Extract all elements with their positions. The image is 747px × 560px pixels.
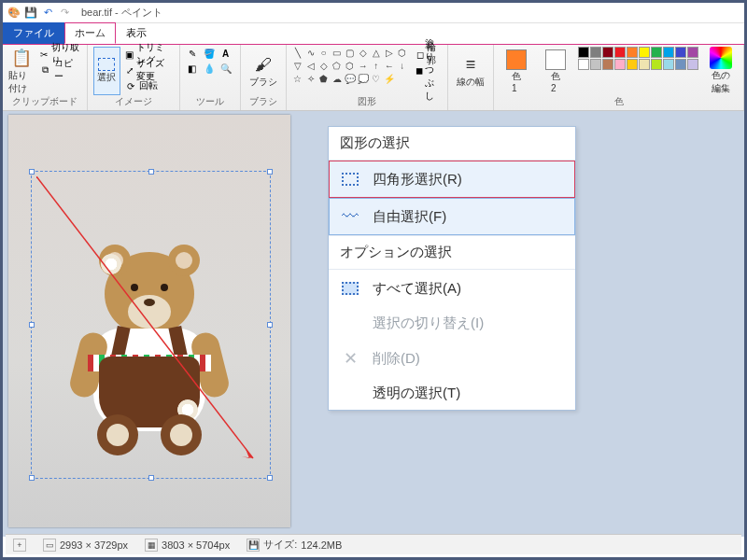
swatch[interactable] (675, 59, 686, 70)
canvas[interactable] (8, 115, 290, 527)
paste-button[interactable]: 📋貼り付け (8, 47, 35, 95)
crop-icon: ▣ (124, 48, 134, 61)
selection-menu: 図形の選択 四角形選択(R) 〰 自由選択(F) オプションの選択 すべて選択(… (328, 126, 576, 411)
select-icon (98, 58, 115, 71)
edit-colors-icon (710, 47, 732, 69)
menu-transparent-select[interactable]: 透明の選択(T) (329, 377, 575, 410)
resize-button[interactable]: ⤢サイズ変更 (124, 63, 173, 77)
swatch[interactable] (590, 59, 601, 70)
swatch[interactable] (627, 47, 638, 58)
swatch[interactable] (590, 47, 601, 58)
status-bar: + ▭2993 × 3729px ▦3803 × 5704px 💾サイズ: 12… (6, 534, 741, 554)
ribbon-tabs: ファイル ホーム 表示 (3, 23, 744, 44)
swatch[interactable] (627, 59, 638, 70)
resize-icon: ⤢ (124, 63, 134, 77)
selection-dropdown-pane: 図形の選択 四角形選択(R) 〰 自由選択(F) オプションの選択 すべて選択(… (318, 111, 744, 537)
undo-icon[interactable]: ↶ (40, 6, 55, 21)
cursor-icon: + (13, 539, 26, 552)
save-icon[interactable]: 💾 (23, 6, 38, 21)
menu-delete: ✕ 削除(D) (329, 340, 575, 377)
status-selection-size: ▭2993 × 3729px (43, 539, 128, 552)
shapes-gallery[interactable]: ╲∿○▭▢◇△▷⬡ ▽◁◇⬠⬡→↑←↓ ☆✧⬟☁💬💭♡⚡ (292, 47, 408, 84)
swatch[interactable] (578, 59, 589, 70)
app-icon: 🎨 (7, 6, 21, 21)
swatch[interactable] (602, 47, 613, 58)
color2-button[interactable]: 色 2 (539, 47, 572, 95)
brush-icon: 🖌 (252, 53, 275, 76)
swatch[interactable] (687, 59, 698, 70)
free-select-icon: 〰 (339, 205, 361, 228)
fill-icon[interactable]: 🪣 (203, 47, 216, 60)
swatch[interactable] (602, 59, 613, 70)
swatch[interactable] (614, 59, 626, 70)
swatch[interactable] (651, 47, 662, 58)
zoom-icon[interactable]: 🔍 (219, 62, 233, 75)
group-tools: ✎ 🪣 A ◧ 💧 🔍 ツール (180, 45, 241, 110)
group-tools-label: ツール (186, 95, 234, 110)
group-colors-label: 色 (500, 95, 738, 110)
delete-icon: ✕ (339, 347, 361, 370)
menu-header-options: オプションの選択 (329, 235, 575, 270)
group-shapes-label: 図形 (292, 95, 442, 110)
group-thickness: ≡線の幅 (448, 45, 494, 110)
group-clipboard: 📋貼り付け ✂切り取り ⧉コピー クリップボード (3, 45, 88, 110)
group-image-label: イメージ (93, 95, 174, 110)
fill-shape-button[interactable]: ◼塗りつぶし (416, 63, 442, 77)
swatch[interactable] (614, 47, 626, 58)
title-bar: 🎨 💾 ↶ ↷ bear.tif - ペイント (3, 3, 744, 23)
group-clipboard-label: クリップボード (8, 95, 81, 110)
status-file-size: 💾サイズ: 124.2MB (247, 538, 342, 552)
cut-icon: ✂ (39, 48, 49, 61)
copy-icon: ⧉ (39, 63, 52, 77)
group-shapes: ╲∿○▭▢◇△▷⬡ ▽◁◇⬠⬡→↑←↓ ☆✧⬟☁💬💭♡⚡ ◻輪郭 ◼塗りつぶし … (287, 45, 448, 110)
status-cursor: + (13, 539, 26, 552)
swatch[interactable] (639, 47, 650, 58)
paste-icon: 📋 (10, 47, 33, 69)
workspace: 図形の選択 四角形選択(R) 〰 自由選択(F) オプションの選択 すべて選択(… (3, 111, 744, 537)
fill-shape-icon: ◼ (416, 63, 423, 77)
eraser-icon[interactable]: ◧ (186, 62, 199, 75)
rect-select-icon (339, 168, 361, 190)
color1-swatch (506, 49, 527, 70)
paste-label: 貼り付け (8, 69, 35, 95)
color1-button[interactable]: 色 1 (500, 47, 533, 95)
rotate-icon: ⟳ (124, 79, 137, 92)
rotate-button[interactable]: ⟳回転 (124, 78, 173, 93)
selection-rectangle[interactable] (31, 171, 271, 479)
swatch[interactable] (687, 47, 698, 58)
window-title: bear.tif - ペイント (81, 6, 162, 20)
group-image: 選択 ▣トリミング ⤢サイズ変更 ⟳回転 イメージ (88, 45, 180, 110)
tab-home[interactable]: ホーム (64, 22, 116, 44)
swatch[interactable] (578, 47, 589, 58)
thickness-icon: ≡ (459, 53, 482, 76)
swatch[interactable] (651, 59, 662, 70)
quick-access-toolbar: 🎨 💾 ↶ ↷ (7, 6, 72, 21)
sel-size-icon: ▭ (43, 539, 56, 552)
redo-icon[interactable]: ↷ (57, 6, 72, 21)
group-colors: 色 1 色 2 色の 編集 色 (494, 45, 744, 110)
img-size-icon: ▦ (145, 539, 158, 552)
disk-icon: 💾 (247, 539, 260, 552)
edit-colors-button[interactable]: 色の 編集 (704, 47, 738, 95)
text-icon[interactable]: A (219, 47, 233, 60)
color-palette[interactable] (578, 47, 698, 70)
swatch[interactable] (675, 47, 686, 58)
menu-rect-select[interactable]: 四角形選択(R) (329, 161, 575, 198)
thickness-button[interactable]: ≡線の幅 (454, 47, 487, 95)
swatch[interactable] (639, 59, 650, 70)
swatch[interactable] (663, 59, 674, 70)
status-image-size: ▦3803 × 5704px (145, 539, 230, 552)
pencil-icon[interactable]: ✎ (186, 47, 199, 60)
swatch[interactable] (663, 47, 674, 58)
select-button[interactable]: 選択 (93, 47, 120, 95)
color2-swatch (545, 49, 566, 70)
picker-icon[interactable]: 💧 (203, 62, 216, 75)
group-brushes: 🖌ブラシ ブラシ (241, 45, 287, 110)
menu-select-all[interactable]: すべて選択(A) (329, 270, 575, 307)
copy-button[interactable]: ⧉コピー (39, 63, 81, 77)
ribbon: 📋貼り付け ✂切り取り ⧉コピー クリップボード 選択 ▣トリミング ⤢サイズ変… (3, 44, 744, 111)
brushes-button[interactable]: 🖌ブラシ (247, 47, 280, 95)
menu-free-select[interactable]: 〰 自由選択(F) (329, 198, 575, 235)
menu-invert-select: 選択の切り替え(I) (329, 307, 575, 340)
select-all-icon (339, 277, 361, 300)
